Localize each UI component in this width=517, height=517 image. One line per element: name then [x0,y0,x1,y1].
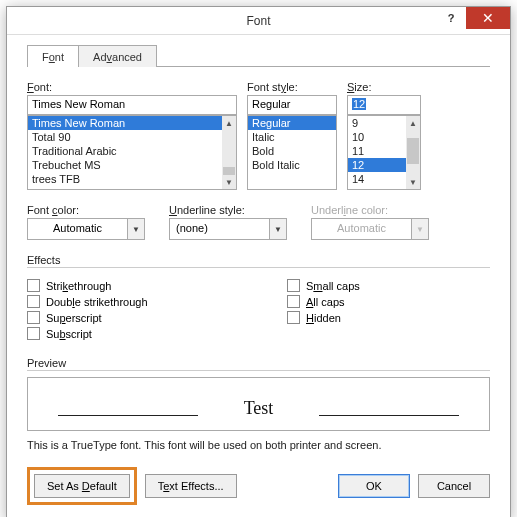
scroll-down-icon[interactable]: ▼ [222,175,236,189]
font-color-combo[interactable]: Automatic ▼ [27,218,145,240]
scroll-down-icon[interactable]: ▼ [406,175,420,189]
titlebar: Font ? ✕ [7,7,510,35]
close-button[interactable]: ✕ [466,7,510,29]
preview-header: Preview [27,357,490,371]
cancel-button[interactable]: Cancel [418,474,490,498]
size-label: Size: [347,81,421,93]
font-style-list[interactable]: Regular Italic Bold Bold Italic [247,115,337,190]
checkbox-hidden[interactable]: Hidden [287,311,360,324]
size-list[interactable]: 9 10 11 12 14 ▲ ▼ [347,115,421,190]
combo-value: (none) [169,218,269,240]
set-as-default-button[interactable]: Set As Default [34,474,130,498]
checkbox-icon [287,279,300,292]
help-button[interactable]: ? [436,7,466,29]
list-item[interactable]: Italic [248,130,336,144]
checkbox-superscript[interactable]: Superscript [27,311,287,324]
dialog-title: Font [7,14,510,28]
underline-style-label: Underline style: [169,204,287,216]
list-item[interactable]: 12 [348,158,406,172]
checkbox-icon [27,295,40,308]
font-label: Font: [27,81,237,93]
list-item[interactable]: Trebuchet MS [28,158,222,172]
list-item[interactable]: Bold Italic [248,158,336,172]
checkbox-icon [287,295,300,308]
underline-color-label: Underline color: [311,204,429,216]
list-item[interactable]: Traditional Arabic [28,144,222,158]
list-item[interactable]: 14 [348,172,406,186]
checkbox-icon [27,279,40,292]
list-item[interactable]: 11 [348,144,406,158]
scroll-up-icon[interactable]: ▲ [222,116,236,130]
list-item[interactable]: Regular [248,116,336,130]
scrollbar[interactable]: ▲ ▼ [222,116,236,189]
list-item[interactable]: Total 90 [28,130,222,144]
preview-rule [319,415,459,416]
preview-info: This is a TrueType font. This font will … [27,439,490,451]
checkbox-strikethrough[interactable]: Strikethrough [27,279,287,292]
preview-text: Test [244,398,274,419]
tab-font[interactable]: Font [27,45,79,67]
scroll-thumb[interactable] [407,138,419,164]
checkbox-icon [27,327,40,340]
ok-button[interactable]: OK [338,474,410,498]
list-item[interactable]: 10 [348,130,406,144]
font-name-list[interactable]: Times New Roman Total 90 Traditional Ara… [27,115,237,190]
list-item[interactable]: 9 [348,116,406,130]
combo-value: Automatic [311,218,411,240]
checkbox-double-strikethrough[interactable]: Double strikethrough [27,295,287,308]
scroll-thumb[interactable] [223,167,235,175]
font-name-input[interactable]: Times New Roman [27,95,237,115]
font-color-label: Font color: [27,204,145,216]
size-input[interactable]: 12 [347,95,421,115]
checkbox-icon [27,311,40,324]
text-effects-button[interactable]: Text Effects... [145,474,237,498]
list-item[interactable]: Bold [248,144,336,158]
checkbox-small-caps[interactable]: Small caps [287,279,360,292]
preview-box: Test [27,377,490,431]
combo-value: Automatic [27,218,127,240]
tab-bar: Font Advanced [27,45,490,67]
effects-header: Effects [27,254,490,268]
scrollbar[interactable]: ▲ ▼ [406,116,420,189]
chevron-down-icon: ▼ [411,218,429,240]
chevron-down-icon[interactable]: ▼ [127,218,145,240]
font-style-label: Font style: [247,81,337,93]
highlight-frame: Set As Default [27,467,137,505]
underline-style-combo[interactable]: (none) ▼ [169,218,287,240]
checkbox-icon [287,311,300,324]
checkbox-all-caps[interactable]: All caps [287,295,360,308]
list-item[interactable]: trees TFB [28,172,222,186]
preview-rule [58,415,198,416]
font-style-input[interactable]: Regular [247,95,337,115]
scroll-up-icon[interactable]: ▲ [406,116,420,130]
chevron-down-icon[interactable]: ▼ [269,218,287,240]
list-item[interactable]: Times New Roman [28,116,222,130]
underline-color-combo: Automatic ▼ [311,218,429,240]
tab-advanced[interactable]: Advanced [78,45,157,67]
checkbox-subscript[interactable]: Subscript [27,327,287,340]
font-dialog: Font ? ✕ Font Advanced Font: Times New R… [6,6,511,517]
